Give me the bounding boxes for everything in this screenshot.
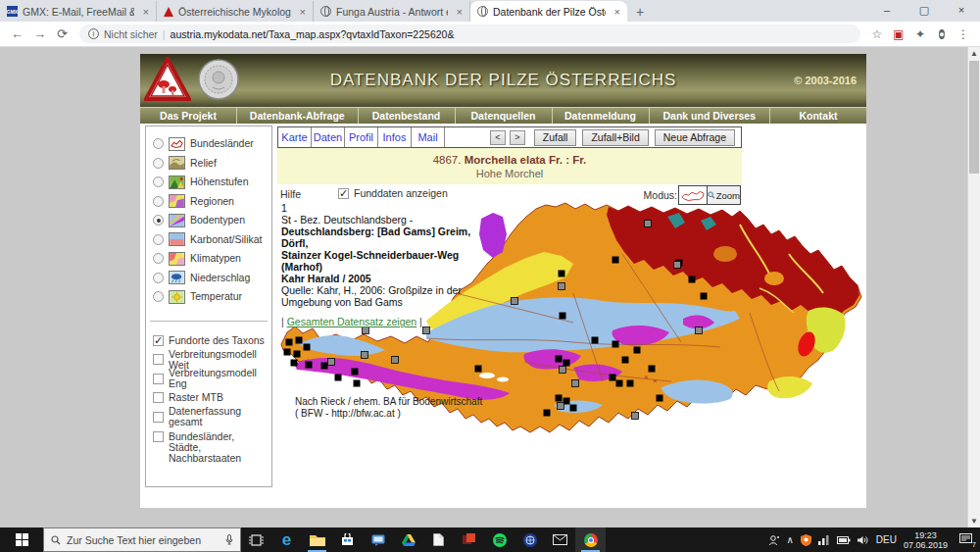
- record-marker[interactable]: [616, 380, 623, 387]
- google-drive-button[interactable]: [393, 527, 423, 552]
- record-marker[interactable]: [622, 357, 629, 364]
- layer-klimatypen[interactable]: Klimatypen: [153, 249, 271, 269]
- radio-klimatypen[interactable]: [153, 253, 164, 264]
- browser-tab-gmx[interactable]: GMX GMX: E-Mail, FreeMail & Nachric ×: [0, 1, 157, 22]
- full-record-link[interactable]: Gesamten Datensatz zeigen: [287, 316, 417, 327]
- overlay-bundeslaender-staedte[interactable]: Bundesländer, Städte, Nachbarstaaten: [153, 431, 271, 464]
- record-marker[interactable]: [556, 395, 563, 402]
- neue-abfrage-button[interactable]: Neue Abfrage: [655, 129, 735, 146]
- record-marker[interactable]: [304, 344, 311, 351]
- prev-record-button[interactable]: <: [490, 130, 506, 145]
- edge-button[interactable]: e: [271, 527, 302, 552]
- scrollbar-thumb[interactable]: [969, 61, 979, 174]
- forward-icon[interactable]: →: [28, 26, 51, 41]
- record-marker[interactable]: [674, 262, 681, 269]
- record-marker[interactable]: [634, 347, 641, 354]
- overlay-datenerfassung[interactable]: Datenerfassung gesamt: [153, 408, 271, 427]
- taskbar-clock[interactable]: 19:23 07.06.2019: [904, 530, 948, 550]
- radio-bodentypen-selected[interactable]: [153, 215, 164, 226]
- minimize-button[interactable]: –: [868, 0, 906, 22]
- record-marker[interactable]: [559, 271, 565, 277]
- close-button[interactable]: ×: [943, 0, 980, 22]
- layer-karbonat[interactable]: Karbonat/Silikat: [153, 230, 271, 250]
- layer-regionen[interactable]: Regionen: [153, 192, 271, 212]
- record-marker[interactable]: [559, 283, 565, 290]
- task-view-button[interactable]: [241, 527, 271, 552]
- record-marker[interactable]: [572, 380, 579, 387]
- store-button[interactable]: [332, 527, 363, 552]
- next-record-button[interactable]: >: [510, 130, 525, 145]
- record-marker[interactable]: [306, 362, 313, 369]
- browser-app-button[interactable]: [514, 527, 545, 552]
- browser-tab-mykologische[interactable]: Österreichische Mykologische Ge ×: [157, 1, 314, 22]
- antivirus-shield-icon[interactable]: [801, 534, 811, 546]
- record-marker[interactable]: [556, 356, 563, 363]
- radio-temperatur[interactable]: [153, 291, 164, 302]
- record-marker[interactable]: [627, 380, 634, 387]
- browser-tab-datenbank-active[interactable]: Datenbank der Pilze Österreichs ×: [470, 1, 627, 22]
- record-marker[interactable]: [560, 313, 566, 320]
- record-marker[interactable]: [564, 360, 570, 367]
- record-marker[interactable]: [362, 352, 368, 359]
- mail-app-button[interactable]: [545, 527, 575, 552]
- start-button[interactable]: [0, 527, 43, 552]
- record-marker[interactable]: [328, 359, 335, 366]
- record-marker[interactable]: [592, 337, 599, 344]
- spotify-button[interactable]: [484, 527, 514, 552]
- file-explorer-button[interactable]: [302, 527, 332, 552]
- vertical-scrollbar[interactable]: ▲ ▼: [967, 47, 980, 527]
- layer-bundeslaender[interactable]: Bundesländer: [153, 134, 271, 154]
- extension-red-icon[interactable]: ▣: [888, 27, 909, 41]
- extension-gray-icon[interactable]: ✦: [909, 27, 931, 41]
- radio-regionen[interactable]: [153, 196, 164, 207]
- tab-close-icon[interactable]: ×: [143, 6, 149, 18]
- record-marker[interactable]: [291, 360, 298, 367]
- checkbox-raster-mtb[interactable]: [153, 392, 164, 403]
- site-info-icon[interactable]: i: [88, 28, 99, 39]
- record-marker[interactable]: [512, 298, 518, 305]
- zufall-button[interactable]: Zufall: [534, 129, 577, 146]
- radio-karbonat[interactable]: [153, 234, 164, 245]
- record-marker[interactable]: [610, 375, 616, 381]
- radio-hoehenstufen[interactable]: [153, 176, 164, 187]
- radio-niederschlag[interactable]: [153, 273, 164, 283]
- record-marker[interactable]: [558, 403, 564, 410]
- checkbox-datenerfassung[interactable]: [153, 412, 164, 423]
- nav-item-projekt[interactable]: Das Projekt: [140, 108, 237, 124]
- record-marker[interactable]: [284, 349, 291, 356]
- record-marker[interactable]: [701, 293, 708, 300]
- checkbox-fundorte-checked[interactable]: [153, 335, 164, 346]
- nav-item-kontakt[interactable]: Kontakt: [770, 108, 866, 124]
- layer-relief[interactable]: Relief: [153, 154, 271, 174]
- keyboard-language[interactable]: DEU: [876, 534, 897, 545]
- scroll-down-icon[interactable]: ▼: [968, 515, 980, 527]
- browser-tab-funga[interactable]: Funga Austria - Antwort erstellen ×: [314, 1, 470, 22]
- layer-bodentypen[interactable]: Bodentypen: [153, 211, 271, 230]
- record-marker[interactable]: [696, 327, 703, 334]
- record-marker[interactable]: [294, 351, 301, 358]
- new-tab-button[interactable]: +: [627, 2, 653, 22]
- tab-close-icon[interactable]: ×: [614, 6, 620, 18]
- tab-infos[interactable]: Infos: [378, 127, 412, 147]
- nav-item-datenmeldung[interactable]: Datenmeldung: [553, 108, 650, 124]
- volume-icon[interactable]: [858, 535, 869, 545]
- record-marker[interactable]: [354, 380, 361, 387]
- record-marker[interactable]: [689, 276, 696, 283]
- back-icon[interactable]: ←: [6, 26, 28, 41]
- tab-close-icon[interactable]: ×: [300, 6, 306, 18]
- record-marker[interactable]: [612, 257, 619, 264]
- tab-profil[interactable]: Profil: [345, 127, 378, 147]
- record-marker[interactable]: [352, 369, 359, 376]
- checkbox-modell-weit[interactable]: [153, 354, 164, 365]
- document-app-button[interactable]: [423, 527, 454, 552]
- radio-bundeslaender[interactable]: [153, 138, 164, 149]
- nav-item-dank[interactable]: Dank und Diverses: [650, 108, 771, 124]
- layer-temperatur[interactable]: Temperatur: [153, 287, 271, 307]
- tab-karte[interactable]: Karte: [278, 127, 312, 147]
- checkbox-bundeslaender-staedte[interactable]: [153, 431, 164, 442]
- address-bar[interactable]: i Nicht sicher | austria.mykodata.net/Ta…: [79, 25, 860, 43]
- record-marker[interactable]: [649, 366, 656, 373]
- layer-hoehenstufen[interactable]: Höhenstufen: [153, 173, 271, 192]
- nav-item-abfrage[interactable]: Datenbank-Abfrage: [237, 108, 359, 124]
- bookmark-star-icon[interactable]: ☆: [866, 27, 888, 41]
